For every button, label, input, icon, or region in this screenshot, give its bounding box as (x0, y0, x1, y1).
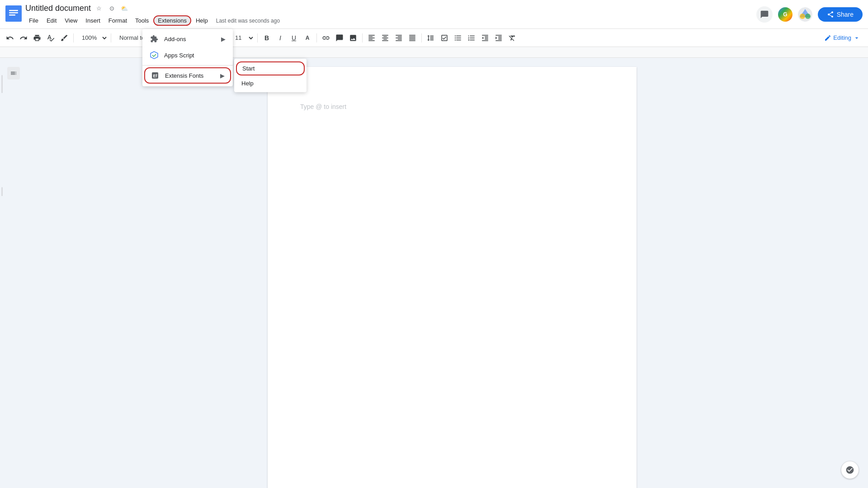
extensis-label: Extensis Fonts (165, 72, 215, 79)
toolbar: 100% 75% 125% 150% Normal text Heading 1… (0, 29, 868, 47)
line-spacing-button[interactable] (425, 32, 437, 44)
left-scroll-area (0, 58, 4, 488)
star-icon[interactable]: ☆ (94, 3, 104, 14)
checklist-button[interactable] (438, 32, 451, 44)
separator-7 (362, 33, 363, 42)
title-right: G Share (756, 6, 863, 23)
separator-2 (111, 33, 111, 42)
left-panel (0, 58, 72, 488)
align-center-button[interactable] (379, 32, 392, 44)
svg-text:Ef: Ef (153, 74, 158, 78)
extensions-menu-item-addons[interactable]: Add-ons ▶ (142, 31, 233, 47)
editing-mode-label: Editing (833, 34, 851, 41)
menu-divider (142, 65, 233, 66)
paint-format-button[interactable] (58, 32, 71, 44)
separator-1 (73, 33, 74, 42)
menu-bar: File Edit View Insert Format Tools Exten… (25, 15, 756, 26)
separator-5 (257, 33, 258, 42)
color-theme-icon[interactable] (798, 7, 812, 22)
menu-item-edit[interactable]: Edit (43, 15, 60, 26)
addons-label: Add-ons (164, 36, 216, 42)
italic-button[interactable]: I (274, 32, 287, 44)
decrease-indent-button[interactable] (479, 32, 491, 44)
svg-rect-2 (9, 12, 18, 14)
separator-8 (421, 33, 422, 42)
doc-title-row: Untitled document ☆ ⊙ ⛅ (25, 3, 756, 14)
extensis-submenu-help[interactable]: Help (234, 76, 307, 90)
comment-button[interactable] (333, 32, 346, 44)
page-placeholder[interactable]: Type @ to insert (300, 103, 604, 110)
svg-rect-3 (9, 14, 15, 16)
align-right-button[interactable] (392, 32, 405, 44)
menu-item-extensions[interactable]: Extensions (153, 15, 191, 26)
google-account-icon[interactable]: G (778, 7, 793, 22)
document-page[interactable]: Type @ to insert (268, 67, 637, 488)
bottom-right-button[interactable] (841, 461, 859, 479)
image-button[interactable] (347, 32, 359, 44)
editing-mode-button[interactable]: Editing (820, 32, 864, 44)
undo-button[interactable] (4, 32, 16, 44)
scroll-marker-2 (1, 187, 3, 196)
document-area: Type @ to insert (72, 58, 832, 488)
scroll-marker (1, 75, 3, 93)
share-button[interactable]: Share (818, 7, 863, 22)
help-label: Help (241, 80, 254, 87)
title-bar: Untitled document ☆ ⊙ ⛅ File Edit View I… (0, 0, 868, 29)
menu-item-insert[interactable]: Insert (82, 15, 104, 26)
print-button[interactable] (31, 32, 43, 44)
doc-title[interactable]: Untitled document (25, 4, 91, 13)
zoom-select[interactable]: 100% 75% 125% 150% (76, 32, 108, 44)
font-size-select[interactable]: 11 12 14 (230, 32, 255, 44)
menu-item-tools[interactable]: Tools (132, 15, 152, 26)
align-left-button[interactable] (365, 32, 378, 44)
extensions-menu-item-apps-script[interactable]: Apps Script (142, 47, 233, 63)
outline-icon[interactable] (7, 67, 20, 80)
cloud-save-icon[interactable]: ⛅ (119, 3, 130, 14)
extensis-icon: Ef (151, 71, 160, 80)
numbered-list-button[interactable] (465, 32, 478, 44)
increase-indent-button[interactable] (492, 32, 505, 44)
spellcheck-button[interactable] (44, 32, 57, 44)
right-panel (832, 58, 868, 488)
title-icons: ☆ ⊙ ⛅ (94, 3, 130, 14)
history-icon[interactable]: ⊙ (106, 3, 117, 14)
extensis-submenu: Start Help (234, 59, 307, 92)
bulleted-list-button[interactable] (452, 32, 464, 44)
menu-item-view[interactable]: View (61, 15, 81, 26)
main-content: Type @ to insert (0, 58, 868, 488)
svg-rect-1 (9, 10, 18, 11)
extensions-menu-item-extensis[interactable]: Ef Extensis Fonts ▶ (144, 67, 231, 84)
underline-button[interactable]: U (288, 32, 300, 44)
svg-text:G: G (783, 11, 787, 18)
gdocs-logo[interactable] (5, 5, 22, 23)
share-label: Share (837, 11, 854, 18)
menu-item-format[interactable]: Format (105, 15, 131, 26)
addons-icon (150, 34, 159, 43)
ruler (0, 47, 868, 58)
extensis-arrow: ▶ (220, 72, 225, 79)
insert-link-button[interactable] (320, 32, 332, 44)
align-justify-button[interactable] (406, 32, 419, 44)
start-label: Start (242, 65, 255, 72)
bold-button[interactable]: B (260, 32, 273, 44)
text-color-button[interactable]: A (301, 32, 314, 44)
apps-script-icon (150, 51, 159, 60)
last-edit-text: Last edit was seconds ago (216, 18, 280, 24)
clear-formatting-button[interactable] (506, 32, 519, 44)
extensions-dropdown: Add-ons ▶ Apps Script Ef Extensis Fonts … (142, 29, 233, 86)
editing-mode-section: Editing (820, 32, 864, 44)
svg-point-7 (805, 14, 811, 19)
redo-button[interactable] (17, 32, 30, 44)
svg-point-8 (800, 14, 805, 19)
menu-item-file[interactable]: File (25, 15, 42, 26)
title-section: Untitled document ☆ ⊙ ⛅ File Edit View I… (25, 3, 756, 26)
svg-rect-0 (5, 5, 22, 22)
apps-script-label: Apps Script (164, 52, 226, 59)
addons-arrow: ▶ (221, 36, 226, 42)
menu-item-help[interactable]: Help (192, 15, 212, 26)
extensis-submenu-start[interactable]: Start (236, 61, 305, 75)
separator-6 (316, 33, 317, 42)
comments-button[interactable] (756, 6, 773, 23)
